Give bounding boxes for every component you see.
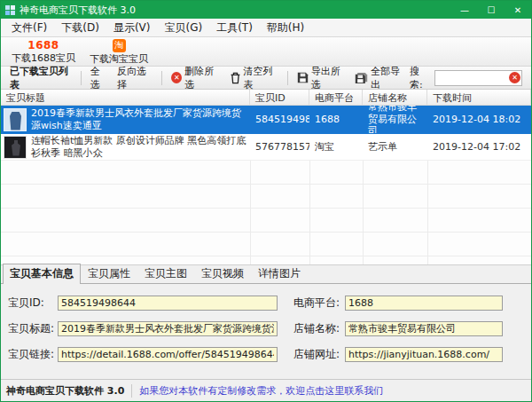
shop-url-field[interactable]: [345, 347, 503, 362]
column-header-id[interactable]: 宝贝ID: [250, 90, 309, 105]
menu-tools[interactable]: 工具(T): [209, 19, 260, 37]
tab-basic-info[interactable]: 宝贝基本信息: [3, 264, 81, 284]
row-platform: 1688: [309, 106, 363, 133]
toolbar-separator: [287, 71, 288, 85]
toolbar-separator: [161, 71, 162, 85]
table-row[interactable]: 连帽长袖t恤男新款 原创设计师品牌 黑色高领打底衫秋季 暗黑小众 5767781…: [1, 134, 531, 161]
maximize-button[interactable]: ☐: [478, 1, 505, 19]
delete-selected-label: 删除所选: [184, 65, 220, 91]
trash-icon: [230, 72, 241, 84]
export-all-button[interactable]: 全部导出: [350, 63, 410, 93]
tab-video[interactable]: 宝贝视频: [194, 264, 251, 284]
row-shop: 常熟市骏丰贸易有限公司: [363, 106, 427, 133]
taobao-icon: 淘: [113, 39, 126, 52]
menu-bar: 文件(F) 下载(D) 显示(V) 宝贝(G) 工具(T) 帮助(H): [1, 19, 531, 37]
search-label: 搜索:: [410, 65, 431, 91]
export-selected-button[interactable]: 导出所选: [293, 63, 350, 93]
item-title-field[interactable]: [58, 321, 278, 336]
export-all-label: 全部导出: [371, 65, 405, 91]
item-id-label: 宝贝ID:: [8, 296, 58, 311]
logo-1688-icon: 1688: [27, 39, 59, 52]
column-header-shop[interactable]: 店铺名称: [363, 90, 427, 105]
download-1688-button[interactable]: 1688 下载1688宝贝: [4, 37, 82, 66]
downloaded-items-table: 宝贝标题 宝贝ID 电商平台 店铺名称 下载时间 2019春季新款男士风衣外套批…: [1, 90, 531, 264]
row-id: 576778157186: [250, 134, 309, 160]
window-title: 神奇电商宝贝下载软件 3.0: [20, 4, 451, 17]
tab-main-images[interactable]: 宝贝主图: [137, 264, 194, 284]
delete-icon: ✕: [171, 72, 182, 83]
item-url-field[interactable]: [58, 347, 278, 362]
invert-selection-button[interactable]: 反向选择: [113, 63, 157, 93]
platform-label: 电商平台:: [293, 296, 345, 311]
column-header-platform[interactable]: 电商平台: [309, 90, 363, 105]
clear-list-label: 清空列表: [244, 65, 278, 91]
export-selected-label: 导出所选: [311, 65, 346, 91]
contact-us-link[interactable]: 如果您对本软件有定制修改需求，欢迎点击这里联系我们: [139, 384, 383, 398]
column-header-title[interactable]: 宝贝标题: [1, 90, 250, 105]
row-shop: 艺示单: [363, 134, 427, 160]
table-row[interactable]: 2019春季新款男士风衣外套批发厂家货源跨境货源wish速卖通亚 5845194…: [1, 106, 531, 134]
tab-detail-images[interactable]: 详情图片: [251, 264, 308, 284]
status-separator: [131, 384, 132, 398]
app-icon: [5, 5, 15, 15]
form-left-column: 宝贝ID: 宝贝标题: 宝贝链接:: [1, 296, 293, 379]
row-title: 2019春季新款男士风衣外套批发厂家货源跨境货源wish速卖通亚: [31, 107, 248, 132]
app-window: 神奇电商宝贝下载软件 3.0 — ☐ ✕ 文件(F) 下载(D) 显示(V) 宝…: [0, 0, 532, 402]
row-time: 2019-12-04 17:02: [427, 134, 531, 160]
status-app-name: 神奇电商宝贝下载软件 3.0: [6, 384, 131, 398]
clear-list-button[interactable]: 清空列表: [225, 63, 283, 93]
shop-name-field[interactable]: [345, 321, 503, 336]
row-title: 连帽长袖t恤男新款 原创设计师品牌 黑色高领打底衫秋季 暗黑小众: [31, 135, 248, 160]
menu-view[interactable]: 显示(V): [106, 19, 158, 37]
menu-download[interactable]: 下载(D): [54, 19, 106, 37]
detail-form-panel: 宝贝ID: 宝贝标题: 宝贝链接: 电商平台: 店铺名称: 店铺网址:: [1, 284, 531, 379]
row-thumbnail: [4, 136, 27, 159]
list-title: 已下载宝贝列表: [6, 65, 76, 91]
menu-file[interactable]: 文件(F): [4, 19, 54, 37]
title-bar: 神奇电商宝贝下载软件 3.0 — ☐ ✕: [1, 1, 531, 19]
detail-tab-bar: 宝贝基本信息 宝贝属性 宝贝主图 宝贝视频 详情图片: [1, 264, 531, 284]
shop-name-label: 店铺名称:: [293, 321, 345, 336]
save-all-icon: [355, 72, 368, 84]
table-header: 宝贝标题 宝贝ID 电商平台 店铺名称 下载时间: [1, 90, 531, 106]
save-icon: [297, 72, 309, 83]
clear-search-icon[interactable]: ✕: [509, 72, 520, 83]
select-all-button[interactable]: 全选: [86, 63, 113, 93]
tab-attributes[interactable]: 宝贝属性: [81, 264, 137, 284]
minimize-button[interactable]: —: [451, 1, 478, 19]
download-1688-label: 下载1688宝贝: [12, 52, 75, 64]
row-thumbnail: [4, 108, 27, 131]
row-time: 2019-12-04 18:02: [427, 106, 531, 133]
table-empty-area: [1, 161, 531, 264]
item-id-field[interactable]: [58, 296, 278, 311]
close-button[interactable]: ✕: [505, 1, 531, 19]
menu-item[interactable]: 宝贝(G): [157, 19, 209, 37]
item-title-label: 宝贝标题:: [8, 321, 58, 336]
search-box: ✕: [434, 70, 522, 86]
column-header-time[interactable]: 下载时间: [427, 90, 531, 105]
row-id: 584519498644: [250, 106, 309, 133]
download-taobao-button[interactable]: 淘 下载淘宝宝贝: [82, 37, 155, 66]
shop-url-label: 店铺网址:: [293, 347, 345, 362]
platform-field[interactable]: [345, 296, 503, 311]
toolbar-separator: [81, 71, 82, 85]
form-right-column: 电商平台: 店铺名称: 店铺网址:: [293, 296, 531, 379]
row-platform: 淘宝: [309, 134, 363, 160]
delete-selected-button[interactable]: ✕ 删除所选: [167, 63, 224, 93]
menu-help[interactable]: 帮助(H): [260, 19, 311, 37]
window-controls: — ☐ ✕: [451, 1, 531, 19]
status-bar: 神奇电商宝贝下载软件 3.0 如果您对本软件有定制修改需求，欢迎点击这里联系我们: [1, 379, 531, 401]
item-url-label: 宝贝链接:: [8, 347, 58, 362]
list-toolbar: 已下载宝贝列表 全选 反向选择 ✕ 删除所选 清空列表 导出所选 全部导出: [1, 67, 531, 90]
